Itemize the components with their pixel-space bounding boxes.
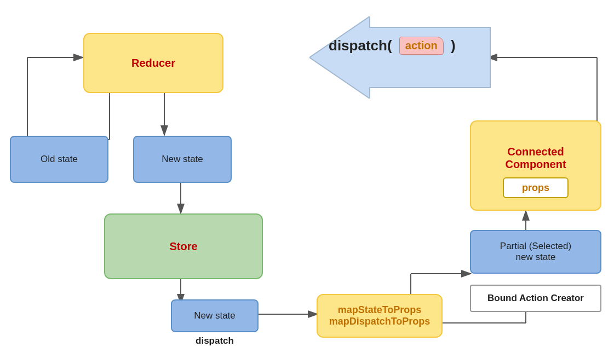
new-state-top-label: New state [162,154,203,165]
props-box: props [503,177,569,198]
map-functions-box: mapStateToProps mapDispatchToProps [317,294,443,338]
bound-action-creator-label: Bound Action Creator [487,293,584,304]
new-state-bottom-label: New state [194,310,236,321]
diagram: dispatch( action ) Reducer Old state New… [0,0,614,364]
props-label: props [522,182,549,194]
old-state-label: Old state [41,154,78,165]
store-box: Store [104,213,263,279]
svg-marker-18 [309,16,490,99]
map-state-to-props-label: mapStateToProps [329,304,431,316]
map-dispatch-to-props-label: mapDispatchToProps [329,316,431,327]
reducer-box: Reducer [83,33,223,93]
dispatch-big-arrow [309,16,496,99]
partial-state-box: Partial (Selected) new state [470,230,601,274]
bound-action-creator-box: Bound Action Creator [470,285,601,312]
connected-component-box: Connected Component props [470,120,601,211]
new-state-bottom-box: New state [171,299,259,332]
dispatch-bottom-label: dispatch [171,333,259,346]
connected-component-label: Connected Component [505,133,566,171]
new-state-top-box: New state [133,136,232,183]
new-state-dispatch-group: New state dispatch [171,299,259,346]
partial-state-label: Partial (Selected) new state [500,241,571,263]
store-label: Store [169,240,197,253]
old-state-box: Old state [10,136,108,183]
action-badge: action [399,37,444,55]
dispatch-label: dispatch( action ) [329,37,456,56]
reducer-label: Reducer [131,57,175,70]
